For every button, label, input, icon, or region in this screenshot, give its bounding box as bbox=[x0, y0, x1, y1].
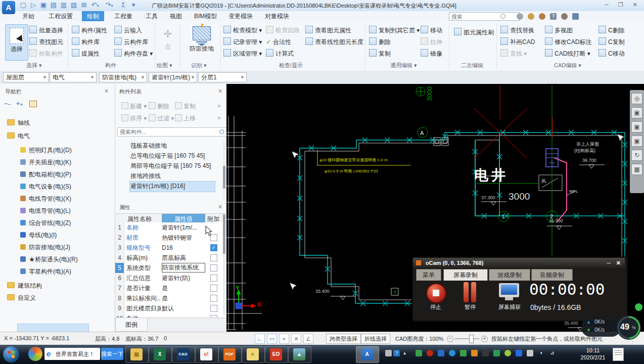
rotate-icon[interactable]: ↻ bbox=[631, 150, 642, 161]
prop-value[interactable]: 避雷针(1m/... bbox=[162, 222, 204, 233]
save-icon[interactable]: ▣ bbox=[39, 1, 48, 9]
taskbar-photos[interactable]: ▲ bbox=[288, 346, 311, 363]
tab-change-module[interactable]: 变更模块 bbox=[223, 11, 258, 21]
props-scrollbar-thumb[interactable] bbox=[223, 214, 225, 254]
component-attr-button[interactable]: 构件/属性 bbox=[72, 25, 107, 35]
tray-shield2-icon[interactable] bbox=[493, 350, 500, 356]
find-replace-button[interactable]: 查找替换 bbox=[500, 25, 534, 35]
record-manage-button[interactable]: 记录管理 ▾ bbox=[223, 37, 262, 47]
copy-component-button[interactable]: 复制 bbox=[175, 102, 196, 111]
taskbar-notes[interactable]: ≡ bbox=[242, 346, 265, 363]
taskbar-search-button[interactable]: 搜索一下 bbox=[101, 348, 123, 360]
tray-usb-icon[interactable] bbox=[416, 350, 422, 356]
group-edit-label[interactable]: 通用编辑 ▾ bbox=[390, 62, 417, 69]
c-move-button[interactable]: C移动 bbox=[599, 49, 625, 59]
nav-close-icon[interactable]: ✕ bbox=[104, 88, 109, 95]
ocam-title-bar[interactable]: oCam (0, 0, 1366, 768) ─ ✕ bbox=[413, 258, 625, 268]
acceleration-ball[interactable]: 49 % bbox=[616, 314, 642, 341]
list-item[interactable]: 局部等电位端子箱 [160 75 45] bbox=[115, 161, 238, 171]
property-row[interactable]: 6汇总信息避雷针(防) bbox=[115, 273, 226, 284]
point-button[interactable]: ✛ 点 bbox=[158, 25, 178, 51]
tray-moon-icon[interactable] bbox=[449, 350, 455, 356]
tray-alert-icon[interactable] bbox=[471, 350, 478, 356]
copy-button[interactable]: 复制 bbox=[369, 49, 391, 59]
lightning-grounding-button[interactable]: 防雷接地 bbox=[185, 24, 218, 53]
account-icon[interactable] bbox=[517, 13, 523, 20]
stretch-button[interactable]: 拉伸 bbox=[421, 37, 442, 47]
ocam-tab-audio[interactable]: 音频录制 bbox=[531, 269, 573, 281]
filter-component-button[interactable]: 过滤 ▾ bbox=[149, 114, 174, 123]
layer-select[interactable]: 分层1▼ bbox=[198, 72, 247, 82]
cross-type-select-button[interactable]: 跨类型选择 bbox=[326, 334, 361, 344]
legality-button[interactable]: ✓合法性 bbox=[266, 37, 291, 47]
search-icon[interactable] bbox=[500, 14, 505, 19]
ocam-close-icon[interactable]: ✕ bbox=[616, 258, 621, 268]
delete-component-button[interactable]: 删除 bbox=[149, 102, 169, 111]
collapse-all-icon[interactable]: −₋ bbox=[4, 100, 11, 107]
sort-component-button[interactable]: 排序 ▾ bbox=[121, 114, 147, 123]
mirror-button[interactable]: 镜像 bbox=[421, 49, 442, 59]
move-up-button[interactable]: 上移 bbox=[175, 114, 196, 123]
minimize-button[interactable]: ─ bbox=[600, 1, 614, 9]
prop-attach-checkbox[interactable] bbox=[210, 285, 217, 292]
split-icon[interactable]: ⊞ bbox=[80, 1, 88, 9]
list-scrollbar[interactable] bbox=[223, 141, 225, 199]
taskbar-pdf[interactable]: PDF bbox=[218, 346, 242, 363]
tray-shield-icon[interactable] bbox=[460, 350, 467, 356]
prop-value[interactable]: D16 bbox=[162, 243, 204, 253]
tray-clipboard-icon[interactable] bbox=[527, 350, 533, 356]
prop-value[interactable]: 默认 bbox=[162, 303, 204, 313]
ocam-tab-screen[interactable]: 屏幕录制 bbox=[443, 269, 488, 281]
prop-value[interactable]: 是 bbox=[162, 293, 204, 303]
rect-select-icon[interactable]: ▭ bbox=[267, 334, 277, 344]
nav-folder-structure[interactable]: 建筑结构 bbox=[7, 280, 122, 291]
patch-cad-button[interactable]: 补画CAD bbox=[500, 37, 535, 47]
tray-shield3-icon[interactable] bbox=[516, 350, 522, 356]
cross-icon[interactable]: ✕ bbox=[291, 334, 301, 344]
prop-attach-checkbox[interactable] bbox=[210, 295, 217, 302]
props-scrollbar[interactable] bbox=[223, 214, 225, 315]
tray-dish-icon[interactable] bbox=[482, 350, 489, 356]
app-logo[interactable]: A bbox=[2, 1, 15, 14]
ocam-capture-button[interactable] bbox=[499, 283, 520, 300]
new-component-button[interactable]: 新建 ▾ bbox=[121, 102, 147, 111]
prop-col-value[interactable]: 属性值 bbox=[162, 214, 205, 223]
tray-cross-icon[interactable] bbox=[504, 350, 511, 356]
export-icon[interactable]: ▧ bbox=[70, 1, 78, 9]
view-linear-length-button[interactable]: 查看线性图元长度 bbox=[305, 37, 363, 47]
define-icon[interactable] bbox=[29, 101, 37, 107]
tray-help-icon[interactable]: ? bbox=[393, 350, 400, 356]
major-select[interactable]: 电气▼ bbox=[50, 72, 97, 82]
list-scrollbar-thumb[interactable] bbox=[223, 166, 225, 189]
tab-quantity[interactable]: 工程量 bbox=[109, 11, 137, 21]
property-row[interactable]: 9图元楼层归属默认 bbox=[115, 303, 226, 314]
expand-all-icon[interactable]: +₊ bbox=[16, 100, 23, 107]
taskbar-ppt[interactable]: o! bbox=[195, 346, 218, 363]
batch-select-button[interactable]: 批量选择 bbox=[29, 25, 63, 35]
list-item-selected[interactable]: 避雷针(1m/根) [D16] bbox=[115, 181, 238, 191]
taskbar-eo[interactable]: EO bbox=[265, 346, 288, 363]
restore-button[interactable]: ❐ bbox=[614, 1, 628, 9]
cad-line-break-button[interactable]: CAD线打断 ▾ bbox=[545, 49, 590, 59]
group-draw-label[interactable]: 绘图 ▾ bbox=[157, 62, 172, 69]
orbit-icon[interactable]: ◎ bbox=[631, 93, 642, 104]
legend-tab[interactable]: 图例 bbox=[115, 317, 148, 332]
tray-expand-icon[interactable]: ▴ bbox=[401, 350, 408, 356]
ie-search-widget[interactable]: e 世界首富易主！ bbox=[44, 348, 100, 360]
toolbar-more-button2[interactable]: » bbox=[217, 114, 221, 123]
tray-network-icon[interactable]: ⊿ bbox=[549, 350, 556, 356]
table-icon[interactable]: ▦ bbox=[631, 164, 642, 175]
search-icon[interactable] bbox=[219, 129, 224, 134]
move-button[interactable]: 移动 bbox=[421, 25, 442, 35]
toolbar-more-button[interactable]: » bbox=[217, 102, 221, 111]
check-circuit-button[interactable]: 检查回路 bbox=[266, 25, 300, 35]
view-shade-icon[interactable]: ▣ bbox=[631, 135, 642, 147]
component-list-close-icon[interactable]: ✕ bbox=[218, 88, 222, 95]
copy-to-layer-button[interactable]: 复制到其它层 ▾ bbox=[369, 25, 420, 35]
cloud-input-button[interactable]: 云输入 bbox=[114, 25, 142, 35]
brightness-slider-thumb[interactable] bbox=[469, 335, 474, 343]
ocam-menu-button[interactable]: 菜单 bbox=[416, 269, 441, 281]
group-cad-label[interactable]: CAD编辑 ▾ bbox=[554, 62, 581, 69]
component-select[interactable]: 避雷针(1m/根)▼ bbox=[149, 72, 197, 82]
notes-doc-icon[interactable] bbox=[613, 348, 624, 361]
